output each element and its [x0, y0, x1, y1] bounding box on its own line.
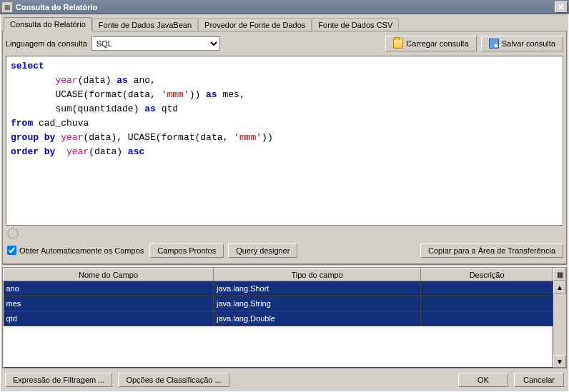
- copy-clipboard-button[interactable]: Copiar para a Área de Transferência: [420, 243, 563, 258]
- titlebar[interactable]: ▦ Consulta do Relatório ✕: [0, 0, 569, 14]
- tabs-row: Consulta do Relatório Fonte de Dados Jav…: [2, 16, 567, 31]
- col-type[interactable]: Tipo do campo: [214, 268, 421, 281]
- table-row[interactable]: mes java.lang.String: [4, 296, 553, 311]
- tab-provedor[interactable]: Provedor de Fonte de Dados: [198, 18, 312, 31]
- fields-table[interactable]: Nome do Campo Tipo do campo Descrição an…: [3, 268, 553, 368]
- query-designer-button[interactable]: Query designer: [228, 243, 297, 258]
- config-button[interactable]: ▦: [553, 268, 566, 281]
- col-desc[interactable]: Descrição: [421, 268, 553, 281]
- sql-year-func: year: [55, 75, 77, 86]
- window-title: Consulta do Relatório: [16, 3, 555, 11]
- move-up-button[interactable]: ▲: [553, 281, 566, 293]
- spinner-icon: [7, 228, 19, 239]
- filter-expression-button[interactable]: Expressão de Filtragem ...: [5, 373, 112, 387]
- sort-options-button[interactable]: Opções de Classificação ...: [118, 373, 229, 387]
- sql-editor[interactable]: select year(data) as ano, UCASE(format(d…: [6, 56, 563, 226]
- bottom-row: Expressão de Filtragem ... Opções de Cla…: [2, 368, 567, 390]
- table-row[interactable]: qtd java.lang.Double: [4, 311, 553, 326]
- save-query-button[interactable]: Salvar consulta: [481, 36, 563, 51]
- disk-icon: [489, 39, 499, 49]
- load-query-button[interactable]: Carregar consulta: [385, 36, 476, 51]
- col-name[interactable]: Nome do Campo: [4, 268, 214, 281]
- status-row: [6, 226, 563, 241]
- fields-panel: Nome do Campo Tipo do campo Descrição an…: [2, 267, 567, 368]
- action-row: Obter Automaticamente os Campos Campos P…: [6, 241, 563, 261]
- table-row-empty: [4, 326, 553, 367]
- ready-fields-button[interactable]: Campos Prontos: [149, 243, 224, 258]
- cancel-button[interactable]: Cancelar: [514, 373, 564, 387]
- side-buttons: ▦ ▲ ▼: [553, 268, 566, 368]
- close-button[interactable]: ✕: [555, 1, 568, 13]
- app-icon: ▦: [1, 1, 13, 13]
- tab-content: Linguagem da consulta SQL Carregar consu…: [2, 31, 567, 264]
- move-down-button[interactable]: ▼: [553, 355, 566, 368]
- auto-fields-checkbox[interactable]: [7, 246, 16, 255]
- save-query-label: Salvar consulta: [502, 39, 555, 48]
- ok-button[interactable]: OK: [458, 373, 508, 387]
- auto-fields-checkbox-row[interactable]: Obter Automaticamente os Campos: [6, 243, 145, 258]
- query-top-row: Linguagem da consulta SQL Carregar consu…: [6, 34, 563, 56]
- folder-icon: [393, 39, 403, 49]
- language-dropdown[interactable]: SQL: [91, 36, 220, 51]
- tab-javabean[interactable]: Fonte de Dados JavaBean: [92, 18, 198, 31]
- load-query-label: Carregar consulta: [406, 39, 468, 48]
- table-row[interactable]: ano java.lang.Short: [4, 281, 553, 296]
- language-label: Linguagem da consulta: [6, 39, 87, 48]
- tab-csv[interactable]: Fonte de Dados CSV: [312, 18, 399, 31]
- tab-consulta[interactable]: Consulta do Relatório: [4, 17, 92, 31]
- sql-from: from: [11, 118, 33, 129]
- sql-select: select: [11, 61, 44, 71]
- main-panel: Consulta do Relatório Fonte de Dados Jav…: [0, 14, 569, 392]
- auto-fields-label: Obter Automaticamente os Campos: [19, 246, 144, 255]
